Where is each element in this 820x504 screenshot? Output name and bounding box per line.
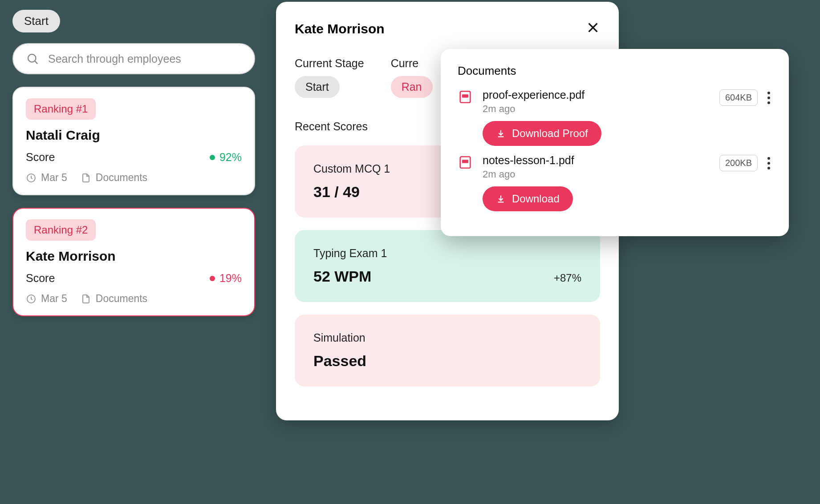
search-input[interactable] (48, 52, 242, 65)
current-rank-block: Curre Ran (391, 57, 433, 98)
document-icon (81, 294, 91, 304)
svg-text:PDF: PDF (463, 160, 468, 163)
search-input-container[interactable] (12, 43, 255, 74)
file-size-tag: 604KB (719, 89, 758, 106)
status-dot-icon (210, 276, 215, 281)
documents-link[interactable]: Documents (81, 172, 147, 184)
score-card: Simulation Passed (295, 314, 600, 387)
detail-employee-name: Kate Morrison (295, 21, 385, 36)
close-icon (586, 20, 600, 35)
pdf-icon: PDF (458, 89, 473, 106)
download-button[interactable]: Download Proof (483, 121, 601, 146)
score-card: Typing Exam 1 52 WPM +87% (295, 230, 600, 302)
employee-card[interactable]: Ranking #2 Kate Morrison Score 19% Mar 5… (12, 208, 255, 316)
employee-name: Natali Craig (26, 128, 242, 143)
documents-popover-title: Documents (458, 64, 772, 78)
documents-popover: Documents PDF proof-experience.pdf 2m ag… (441, 49, 789, 236)
score-card-value: 31 / 49 (313, 183, 360, 201)
employee-card[interactable]: Ranking #1 Natali Craig Score 92% Mar 5 … (12, 87, 255, 195)
employee-name: Kate Morrison (26, 249, 242, 264)
score-card-value: Passed (313, 352, 366, 370)
pdf-icon: PDF (458, 155, 473, 172)
svg-text:PDF: PDF (463, 95, 468, 97)
score-card-title: Simulation (313, 331, 581, 344)
score-value: 92% (210, 151, 242, 164)
score-label: Score (26, 151, 55, 164)
employee-list-sidebar: Start Ranking #1 Natali Craig Score 92% … (12, 10, 255, 329)
document-item: PDF proof-experience.pdf 2m ago Download… (458, 89, 772, 146)
start-stage-pill[interactable]: Start (12, 10, 60, 32)
current-stage-block: Current Stage Start (295, 57, 364, 98)
current-stage-value[interactable]: Start (295, 76, 340, 98)
score-label: Score (26, 272, 55, 285)
score-card-title: Typing Exam 1 (313, 247, 581, 260)
file-size-tag: 200KB (719, 155, 758, 171)
current-rank-value[interactable]: Ran (391, 76, 433, 98)
current-rank-label: Curre (391, 57, 433, 70)
download-icon (496, 194, 506, 204)
download-button[interactable]: Download (483, 186, 573, 211)
score-value: 19% (210, 272, 242, 285)
ranking-badge: Ranking #1 (26, 98, 96, 120)
status-dot-icon (210, 155, 215, 160)
current-stage-label: Current Stage (295, 57, 364, 70)
date-meta: Mar 5 (26, 172, 67, 184)
document-icon (81, 173, 91, 183)
documents-link[interactable]: Documents (81, 293, 147, 305)
document-time: 2m ago (483, 169, 710, 180)
clock-icon (26, 173, 37, 183)
svg-line-1 (35, 61, 38, 64)
close-button[interactable] (586, 20, 600, 37)
score-card-value: 52 WPM (313, 268, 371, 285)
download-icon (496, 129, 506, 138)
document-item: PDF notes-lesson-1.pdf 2m ago Download 2… (458, 154, 772, 211)
more-options-button[interactable] (766, 90, 772, 106)
search-icon (26, 52, 39, 65)
ranking-badge: Ranking #2 (26, 219, 96, 241)
more-options-button[interactable] (766, 155, 772, 171)
date-meta: Mar 5 (26, 293, 67, 305)
document-time: 2m ago (483, 103, 710, 115)
document-name: proof-experience.pdf (483, 89, 710, 101)
document-name: notes-lesson-1.pdf (483, 154, 710, 167)
score-card-delta: +87% (554, 272, 581, 284)
svg-point-0 (28, 54, 36, 62)
clock-icon (26, 294, 37, 304)
